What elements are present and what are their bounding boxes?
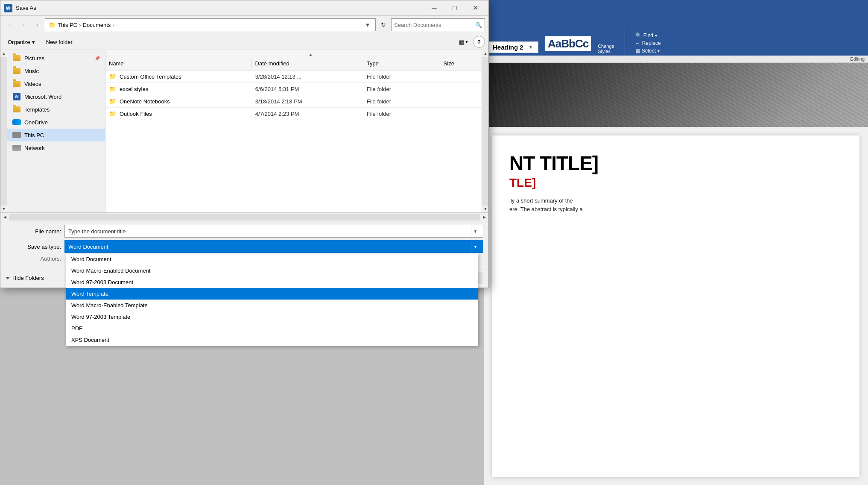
forward-button[interactable]: ›	[18, 19, 29, 31]
dialog-window: W Save As ─ □ ✕ ‹ › ↑ 📁 This PC › Docume…	[0, 0, 489, 288]
col-header-name[interactable]: Name	[105, 59, 252, 68]
address-bar-row: ‹ › ↑ 📁 This PC › Documents › ▼ ↻ 🔍	[0, 16, 488, 34]
music-icon	[12, 67, 21, 75]
dropdown-option-word-97-template[interactable]: Word 97-2003 Template	[66, 311, 478, 323]
nav-item-network[interactable]: Network	[7, 141, 105, 154]
filename-input-box[interactable]: ▼	[64, 225, 483, 238]
nav-label-onedrive: OneDrive	[24, 119, 48, 126]
editing-label: Editing	[484, 56, 868, 63]
file-row[interactable]: 📁 Outlook Files 4/7/2014 2:23 PM File fo…	[105, 108, 482, 120]
new-folder-button[interactable]: New folder	[42, 37, 76, 47]
refresh-button[interactable]: ↻	[377, 19, 389, 31]
doc-subtitle: TLE]	[509, 176, 842, 190]
filename-dropdown-arrow[interactable]: ▼	[471, 225, 479, 237]
crumb-sep1: ›	[79, 22, 81, 28]
word-content: NT TITLE] TLE] lly a short summary of th…	[492, 135, 859, 477]
filename-label: File name:	[6, 228, 61, 235]
folder-file-icon: 📁	[109, 98, 116, 105]
hide-folders-button[interactable]: Hide Folders	[6, 275, 44, 281]
h-scroll-left-btn[interactable]: ◀	[0, 213, 9, 221]
doc-abstract: lly a short summary of the ere. The abst…	[509, 197, 842, 215]
change-styles-btn[interactable]: Change Styles	[598, 44, 614, 54]
dropdown-option-pdf[interactable]: PDF	[66, 323, 478, 334]
nav-item-videos[interactable]: Videos	[7, 77, 105, 90]
file-row[interactable]: 📁 OneNote Notebooks 3/18/2014 2:18 PM Fi…	[105, 95, 482, 108]
search-input[interactable]	[394, 22, 473, 28]
nav-label-pictures: Pictures	[24, 55, 44, 62]
nav-label-thispc: This PC	[24, 132, 44, 138]
file-list-header: Name Date modified Type Size	[105, 57, 482, 71]
editing-group: 🔍 Find ▾ ↔ Replace ▦ Select ▾	[635, 32, 661, 54]
dropdown-option-word-macro-enabled[interactable]: Word Macro-Enabled Document	[66, 265, 478, 276]
doc-image	[484, 63, 868, 127]
organize-button[interactable]: Organize ▾	[4, 37, 39, 47]
search-box[interactable]: 🔍	[391, 18, 485, 31]
back-button[interactable]: ‹	[4, 19, 16, 31]
col-header-date[interactable]: Date modified	[252, 59, 363, 68]
folder-file-icon: 📁	[109, 73, 116, 80]
app-icon: W	[4, 4, 12, 12]
ribbon-aa-label: AaBbCc	[545, 36, 591, 51]
crumb-documents: Documents	[83, 22, 111, 28]
up-button[interactable]: ↑	[31, 19, 43, 31]
nav-item-templates[interactable]: Templates	[7, 103, 105, 116]
crumb-sep2: ›	[112, 22, 114, 28]
folder-icon: 📁	[49, 21, 56, 28]
savetype-dropdown-arrow[interactable]: ▼	[471, 241, 479, 253]
nav-item-onedrive[interactable]: OneDrive	[7, 116, 105, 129]
nav-item-microsoft-word[interactable]: W Microsoft Word	[7, 90, 105, 103]
dropdown-option-word-97-2003[interactable]: Word 97-2003 Document	[66, 276, 478, 288]
file-scroll-down-btn[interactable]: ▼	[482, 206, 489, 212]
select-btn[interactable]: ▦ Select ▾	[635, 48, 661, 54]
nav-scroll-up-btn[interactable]: ▲	[0, 50, 7, 57]
nav-label-templates: Templates	[24, 106, 50, 113]
view-icon: ▦	[459, 39, 464, 45]
address-breadcrumb: 📁 This PC › Documents ›	[49, 21, 114, 28]
dropdown-option-xps[interactable]: XPS Document	[66, 334, 478, 346]
dropdown-option-word-template[interactable]: Word Template	[66, 288, 478, 300]
replace-btn[interactable]: ↔ Replace	[635, 40, 661, 46]
organize-label: Organize	[8, 39, 30, 45]
file-row[interactable]: 📁 excel styles 6/6/2014 5:31 PM File fol…	[105, 83, 482, 95]
col-header-type[interactable]: Type	[363, 59, 440, 68]
crumb-thispc: This PC	[58, 22, 77, 28]
h-scroll-right-btn[interactable]: ▶	[480, 213, 488, 221]
form-area: File name: ▼ Save as type: Word Document…	[0, 221, 488, 268]
address-box[interactable]: 📁 This PC › Documents › ▼	[45, 18, 376, 31]
h-scroll-track	[9, 214, 480, 220]
savetype-select[interactable]: Word Document ▼	[64, 240, 483, 253]
address-dropdown-arrow[interactable]: ▼	[363, 19, 372, 31]
nav-panel: Pictures 📌 Music Videos	[7, 50, 105, 212]
nav-item-thispc[interactable]: This PC	[7, 129, 105, 141]
view-dropdown-icon: ▼	[465, 40, 469, 44]
nav-label-microsoft-word: Microsoft Word	[24, 94, 61, 100]
network-icon-nav	[12, 144, 21, 152]
heading-style-dropdown: ▼	[529, 45, 533, 50]
nav-label-network: Network	[24, 145, 45, 151]
sort-indicator-row: ▲	[105, 50, 482, 57]
file-type-cell: File folder	[363, 73, 440, 80]
file-row[interactable]: 📁 Custom Office Templates 3/28/2014 12:1…	[105, 71, 482, 83]
dropdown-option-word-macro-template[interactable]: Word Macro-Enabled Template	[66, 300, 478, 311]
col-header-size[interactable]: Size	[440, 59, 482, 68]
maximize-button[interactable]: □	[445, 1, 465, 15]
close-button[interactable]: ✕	[465, 1, 485, 15]
dropdown-option-word-document[interactable]: Word Document	[66, 253, 478, 265]
help-button[interactable]: ?	[473, 36, 485, 48]
nav-scroll-down-btn[interactable]: ▼	[0, 206, 7, 212]
file-scroll: ▲ ▼	[482, 50, 488, 212]
save-as-dialog: W Save As ─ □ ✕ ‹ › ↑ 📁 This PC › Docume…	[0, 0, 489, 372]
file-scroll-up-btn[interactable]: ▲	[482, 50, 489, 57]
file-date-cell: 3/18/2014 2:18 PM	[252, 98, 363, 105]
minimize-button[interactable]: ─	[424, 1, 444, 15]
pictures-icon	[12, 54, 21, 62]
change-styles-label: Change Styles	[598, 44, 614, 54]
nav-item-music[interactable]: Music	[7, 65, 105, 77]
view-button[interactable]: ▦ ▼	[458, 36, 470, 48]
find-btn[interactable]: 🔍 Find ▾	[635, 32, 661, 38]
nav-item-pictures[interactable]: Pictures 📌	[7, 52, 105, 65]
filename-input[interactable]	[68, 228, 471, 235]
nav-label-music: Music	[24, 68, 39, 74]
folder-file-icon: 📁	[109, 110, 116, 117]
file-date-cell: 3/28/2014 12:13 ...	[252, 73, 363, 80]
